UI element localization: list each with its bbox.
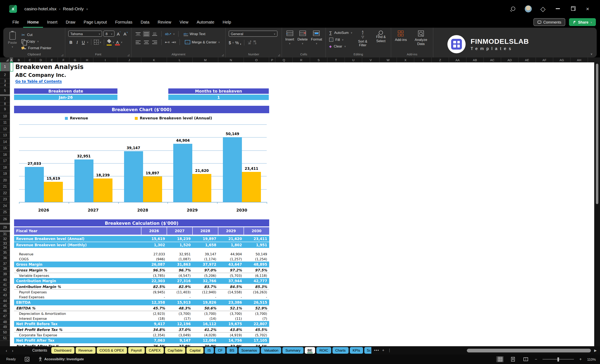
- column-header-AB[interactable]: AB: [467, 57, 484, 62]
- sheet-tab-kpis[interactable]: KPIs: [350, 347, 363, 354]
- column-header-X[interactable]: X: [397, 57, 414, 62]
- column-header-AG[interactable]: AG: [553, 57, 571, 62]
- increase-indent-button[interactable]: ⇥≡: [171, 40, 176, 44]
- cell-value[interactable]: (3,049): [167, 333, 193, 337]
- row-header-34[interactable]: 34: [0, 246, 10, 250]
- column-header-P[interactable]: P: [269, 57, 275, 62]
- row-header-47[interactable]: 47: [0, 314, 10, 319]
- column-header-I[interactable]: I: [94, 57, 117, 62]
- cell-value[interactable]: (3,700): [167, 311, 193, 316]
- column-header-B[interactable]: B: [13, 57, 25, 62]
- row-header-40[interactable]: 40: [0, 277, 10, 282]
- column-header-V[interactable]: V: [362, 57, 380, 62]
- cell-value[interactable]: 26.1%: [141, 344, 167, 346]
- row-header-33[interactable]: 33: [0, 242, 10, 246]
- cell-value[interactable]: 45.5%: [244, 327, 269, 332]
- cell-value[interactable]: 2029: [218, 227, 244, 235]
- fill-button[interactable]: ↓Fill∨: [329, 37, 352, 42]
- cell-value[interactable]: 15,619: [141, 236, 167, 242]
- vertical-scrollbar[interactable]: [594, 62, 600, 346]
- row-header-22[interactable]: 22: [0, 190, 10, 196]
- row-header-36[interactable]: 36: [0, 255, 10, 261]
- cell-value[interactable]: (5,703): [218, 273, 244, 278]
- menu-tab-home[interactable]: Home: [23, 17, 43, 28]
- percent-format-button[interactable]: %: [235, 40, 239, 45]
- table-of-contents-link[interactable]: Go to Table of Contents: [15, 79, 62, 83]
- row-header-1[interactable]: 1: [0, 62, 10, 72]
- cell-value[interactable]: 48,895: [244, 262, 269, 267]
- cell-value[interactable]: 22,807: [244, 321, 269, 327]
- row-header-12[interactable]: 12: [0, 126, 10, 132]
- sheet-tab-charts[interactable]: Charts: [332, 347, 348, 354]
- cell-value[interactable]: 82.9%: [167, 284, 193, 289]
- dialog-launcher-icon[interactable]: ◿: [278, 53, 280, 56]
- vertical-scroll-thumb[interactable]: [596, 64, 598, 204]
- row-header-2[interactable]: 2: [0, 72, 10, 79]
- autosum-button[interactable]: ∑AutoSum∨: [329, 30, 352, 35]
- cell-value[interactable]: 37.0%: [167, 327, 193, 332]
- table-row[interactable]: Variable Expenses(3,785)(4,547)(5,206)(5…: [14, 273, 269, 278]
- cell-value[interactable]: (4,547): [167, 273, 193, 278]
- row-header-9[interactable]: 9: [0, 106, 10, 113]
- comments-button[interactable]: Comments: [534, 18, 565, 26]
- cell-value[interactable]: (11): [218, 316, 244, 321]
- chevron-down-icon[interactable]: ∨: [121, 41, 122, 43]
- cell-value[interactable]: 9,417: [141, 321, 167, 327]
- prev-sheet-button[interactable]: ‹: [3, 348, 9, 353]
- table-row[interactable]: Fixed Expenses-----: [14, 295, 269, 300]
- cell-value[interactable]: 2026: [141, 227, 167, 235]
- column-header-O[interactable]: O: [244, 57, 269, 62]
- cell-value[interactable]: -: [167, 295, 193, 300]
- cell-value[interactable]: 1,520: [167, 242, 193, 248]
- comma-format-button[interactable]: ,: [240, 40, 241, 45]
- sheet-tab-be[interactable]: BE: [305, 347, 315, 354]
- cell-value[interactable]: 96.7%: [167, 268, 193, 273]
- bar-revenue-2026[interactable]: [25, 167, 44, 202]
- cell-value[interactable]: 43,647: [218, 262, 244, 267]
- shrink-font-button[interactable]: A∨: [123, 31, 129, 36]
- cell-value[interactable]: 17,105: [244, 337, 269, 343]
- table-row[interactable]: Gross Margin %96.5%96.7%97.0%97.2%97.5%: [14, 268, 269, 273]
- cell-value[interactable]: 27,316: [167, 278, 193, 284]
- cell-value[interactable]: 15,913: [167, 300, 193, 305]
- row-header-10[interactable]: 10: [0, 113, 10, 120]
- cell-value[interactable]: 34.1%: [244, 344, 269, 346]
- row-header-14[interactable]: 14: [0, 139, 10, 145]
- cell-value[interactable]: 12,196: [167, 321, 193, 327]
- table-row[interactable]: Net Profit After Tax %26.1%27.8%30.9%32.…: [14, 344, 269, 346]
- sheet-tab-summary[interactable]: Summary: [283, 347, 303, 354]
- normal-view-button[interactable]: [496, 356, 504, 362]
- dialog-launcher-icon[interactable]: ◿: [128, 53, 130, 56]
- cell-value[interactable]: (4,919): [218, 333, 244, 337]
- sheet-tab-captable[interactable]: CapTable: [165, 347, 186, 354]
- orientation-button[interactable]: ab↗: [165, 32, 171, 36]
- table-row[interactable]: Revenue Breakeven level (Annual)15,61918…: [14, 236, 269, 242]
- menu-tab-file[interactable]: File: [8, 17, 23, 28]
- cell-value[interactable]: 43.8%: [218, 327, 244, 332]
- decrease-indent-button[interactable]: ⇤≡: [165, 40, 170, 44]
- cell-value[interactable]: 50.6%: [193, 306, 218, 311]
- merge-center-button[interactable]: ↔Merge & Center∨: [185, 40, 220, 44]
- copy-button[interactable]: Copy∨: [21, 39, 51, 44]
- cell-value[interactable]: 48.3%: [167, 306, 193, 311]
- cell-value[interactable]: (18): [141, 316, 167, 321]
- chevron-down-icon[interactable]: ∨: [86, 7, 88, 10]
- decrease-decimal-button[interactable]: .00→.0: [253, 40, 256, 45]
- bar-breakeven-2029[interactable]: [192, 174, 212, 202]
- page-break-view-button[interactable]: [522, 356, 529, 362]
- cell-value[interactable]: 9,147: [167, 337, 193, 343]
- column-header-E[interactable]: E: [46, 57, 58, 62]
- table-row[interactable]: Revenue27,03332,95139,14744,90450,149: [14, 252, 269, 257]
- cell-value[interactable]: 34.8%: [141, 327, 167, 332]
- tab-options-button[interactable]: ⋮: [388, 348, 392, 352]
- column-header-AE[interactable]: AE: [518, 57, 536, 62]
- table-row[interactable]: Gross Margin26,08731,86337,97243,64748,8…: [14, 262, 269, 267]
- column-header-Q[interactable]: Q: [275, 57, 293, 62]
- cell-value[interactable]: 45.7%: [141, 306, 167, 311]
- column-header-F[interactable]: F: [58, 57, 69, 62]
- table-row[interactable]: Contribution Margin %82.5%82.9%83.7%84.5…: [14, 284, 269, 290]
- row-header-50[interactable]: 50: [0, 330, 10, 336]
- cell-value[interactable]: (1,174): [193, 257, 218, 262]
- search-button[interactable]: [506, 4, 521, 14]
- table-row[interactable]: Interest Expense(18)(17)(14)(11)(7): [14, 316, 269, 321]
